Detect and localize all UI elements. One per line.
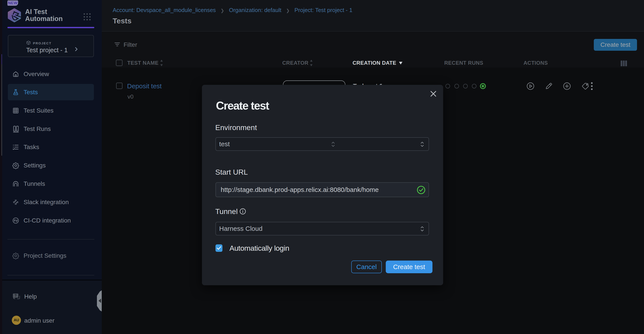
svg-text:?: ? bbox=[15, 294, 17, 297]
